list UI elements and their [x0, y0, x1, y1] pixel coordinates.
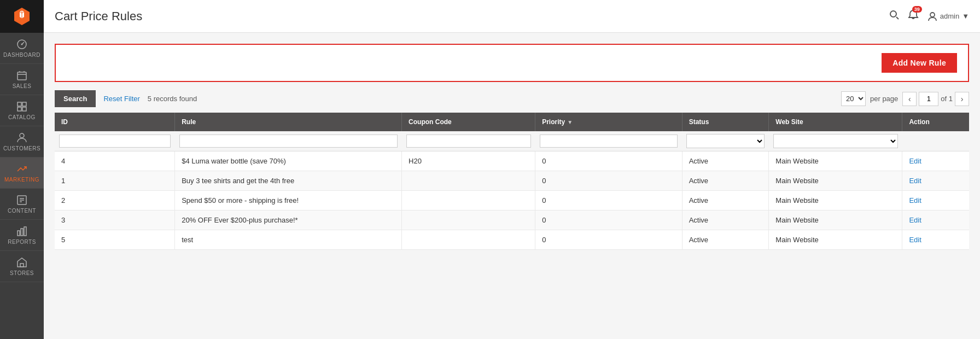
col-header-id[interactable]: ID	[55, 113, 175, 131]
sidebar-logo	[0, 0, 44, 33]
col-header-rule[interactable]: Rule	[175, 113, 402, 131]
page-title: Cart Price Rules	[55, 9, 889, 24]
prev-page-button[interactable]: ‹	[902, 92, 917, 106]
col-header-coupon[interactable]: Coupon Code	[402, 113, 535, 131]
per-page-label: per page	[870, 95, 898, 103]
sidebar-item-label: REPORTS	[8, 239, 36, 245]
cell-rule: Spend $50 or more - shipping is free!	[175, 191, 402, 211]
grid-controls: Search Reset Filter 5 records found 20 3…	[55, 90, 969, 107]
svg-rect-11	[24, 227, 26, 236]
dashboard-icon	[16, 38, 28, 50]
records-found: 5 records found	[148, 95, 836, 103]
cell-website: Main Website	[769, 191, 902, 211]
sidebar-item-dashboard[interactable]: DASHBOARD	[0, 33, 44, 64]
sidebar-item-marketing[interactable]: MARKETING	[0, 157, 44, 189]
filter-id[interactable]	[59, 135, 171, 148]
edit-link[interactable]: Edit	[909, 157, 921, 165]
cell-priority: 0	[535, 191, 682, 211]
admin-user-menu[interactable]: admin ▼	[928, 11, 969, 21]
reset-filter-button[interactable]: Reset Filter	[101, 90, 142, 107]
cell-website: Main Website	[769, 211, 902, 230]
sidebar-item-stores[interactable]: STORES	[0, 251, 44, 282]
sidebar-item-content[interactable]: CONTENT	[0, 189, 44, 220]
sidebar-item-label: MARKETING	[4, 177, 39, 183]
edit-link[interactable]: Edit	[909, 236, 921, 244]
col-header-priority[interactable]: Priority ▼	[535, 113, 682, 131]
filter-coupon[interactable]	[406, 135, 531, 148]
priority-sort-icon: ▼	[567, 119, 573, 125]
svg-point-7	[20, 133, 24, 138]
per-page-dropdown[interactable]: 20 30 50	[841, 91, 866, 106]
cell-action: Edit	[902, 211, 969, 230]
sidebar-item-label: STORES	[10, 270, 34, 276]
reports-icon	[16, 225, 28, 237]
page-navigation: ‹ of 1 ›	[902, 92, 969, 106]
filter-priority[interactable]	[540, 135, 678, 148]
admin-username: admin	[940, 12, 959, 20]
svg-rect-5	[18, 107, 21, 111]
cell-coupon	[402, 211, 535, 230]
table-header-row: ID Rule Coupon Code Priority ▼	[55, 113, 969, 131]
cell-action: Edit	[902, 171, 969, 191]
page-of: of 1	[941, 95, 953, 103]
edit-link[interactable]: Edit	[909, 196, 921, 204]
table-row: 5 test 0 Active Main Website Edit	[55, 230, 969, 250]
notification-bell[interactable]: 39	[908, 9, 919, 23]
table-row: 3 20% OFF Ever $200-plus purchase!* 0 Ac…	[55, 211, 969, 230]
svg-rect-2	[18, 72, 26, 80]
cart-price-rules-table: ID Rule Coupon Code Priority ▼	[55, 113, 969, 250]
cell-priority: 0	[535, 211, 682, 230]
table-filter-row: Active Inactive Main Website	[55, 131, 969, 151]
edit-link[interactable]: Edit	[909, 216, 921, 224]
search-button[interactable]: Search	[55, 90, 96, 107]
table-row: 1 Buy 3 tee shirts and get the 4th free …	[55, 171, 969, 191]
svg-rect-6	[22, 107, 26, 111]
svg-point-1	[21, 44, 23, 45]
cell-coupon: H20	[402, 151, 535, 171]
add-new-rule-button[interactable]: Add New Rule	[882, 53, 957, 73]
admin-dropdown-icon: ▼	[962, 12, 969, 20]
sidebar-item-sales[interactable]: SALES	[0, 64, 44, 95]
filter-website[interactable]: Main Website	[773, 134, 898, 148]
sidebar-item-catalog[interactable]: CATALOG	[0, 95, 44, 126]
edit-link[interactable]: Edit	[909, 177, 921, 185]
table-body: 4 $4 Luma water bottle (save 70%) H20 0 …	[55, 151, 969, 250]
per-page-select: 20 30 50	[841, 91, 866, 106]
cell-priority: 0	[535, 230, 682, 250]
cell-coupon	[402, 191, 535, 211]
page-header: Cart Price Rules 39 admi	[44, 0, 980, 33]
svg-rect-12	[20, 264, 24, 267]
content-area: Add New Rule Search Reset Filter 5 recor…	[44, 33, 980, 339]
sidebar: DASHBOARD SALES CATALOG CUSTOMERS MARKET…	[0, 0, 44, 339]
filter-status[interactable]: Active Inactive	[686, 134, 765, 148]
sidebar-item-reports[interactable]: REPORTS	[0, 220, 44, 251]
main-content: Cart Price Rules 39 admi	[44, 0, 980, 339]
col-header-website[interactable]: Web Site	[769, 113, 902, 131]
next-page-button[interactable]: ›	[955, 92, 969, 106]
cell-coupon	[402, 171, 535, 191]
svg-point-14	[930, 13, 935, 17]
pagination-controls: 20 30 50 per page ‹ of 1 ›	[841, 91, 969, 106]
search-icon[interactable]	[889, 10, 899, 22]
page-input[interactable]	[919, 92, 938, 106]
sidebar-item-customers[interactable]: CUSTOMERS	[0, 126, 44, 157]
sidebar-item-label: CUSTOMERS	[3, 145, 40, 151]
customers-icon	[16, 132, 28, 144]
table-row: 2 Spend $50 or more - shipping is free! …	[55, 191, 969, 211]
stores-icon	[16, 256, 28, 268]
sidebar-item-label: DASHBOARD	[3, 52, 40, 58]
cell-website: Main Website	[769, 151, 902, 171]
sales-icon	[16, 69, 28, 81]
cell-status: Active	[682, 211, 769, 230]
notification-count: 39	[912, 6, 922, 13]
filter-rule[interactable]	[179, 135, 398, 148]
svg-rect-9	[18, 231, 20, 236]
cell-status: Active	[682, 171, 769, 191]
sidebar-item-label: CATALOG	[8, 114, 36, 120]
svg-rect-3	[18, 102, 21, 106]
cell-rule: 20% OFF Ever $200-plus purchase!*	[175, 211, 402, 230]
col-header-status[interactable]: Status	[682, 113, 769, 131]
cell-id: 5	[55, 230, 175, 250]
cell-rule: test	[175, 230, 402, 250]
cell-action: Edit	[902, 151, 969, 171]
